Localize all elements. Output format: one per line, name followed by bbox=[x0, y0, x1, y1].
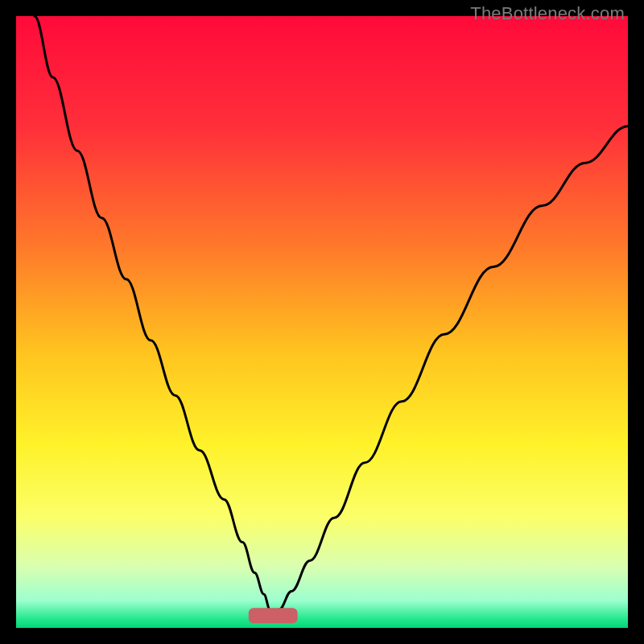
bottleneck-chart bbox=[16, 16, 628, 628]
optimal-marker bbox=[249, 608, 298, 623]
watermark-text: TheBottleneck.com bbox=[470, 3, 625, 24]
chart-frame bbox=[16, 16, 628, 628]
